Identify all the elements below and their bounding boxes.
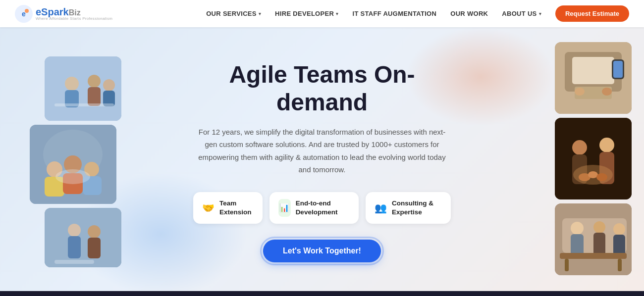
svg-point-47 (593, 221, 605, 233)
feature-card-consulting[interactable]: 👥 Consulting & Expertise (366, 192, 451, 224)
team-extension-icon: 🤝 (202, 199, 215, 217)
svg-rect-16 (45, 177, 64, 197)
svg-point-6 (88, 75, 101, 88)
logo[interactable]: e eSparkBiz Where Affordable Starts Prof… (15, 5, 112, 23)
hero-description: For 12 years, we simplify the digital tr… (193, 126, 451, 176)
feature-card-team-extension[interactable]: 🤝 Team Extension (193, 192, 263, 224)
team-extension-label: Team Extension (219, 199, 254, 216)
svg-point-35 (572, 140, 587, 155)
svg-point-41 (588, 171, 598, 178)
nav-links: OUR SERVICES ▾ HIRE DEVELOPER ▾ IT STAFF… (206, 5, 629, 22)
svg-point-37 (599, 138, 614, 152)
consulting-label: Consulting & Expertise (392, 199, 442, 216)
consulting-icon: 👥 (375, 199, 387, 217)
hero-section: Agile Teams On-demand For 12 years, we s… (0, 27, 644, 296)
svg-rect-11 (30, 125, 116, 204)
nav-item-hire-developer[interactable]: HIRE DEVELOPER ▾ (275, 10, 338, 17)
svg-point-2 (25, 9, 29, 13)
svg-rect-20 (45, 208, 121, 267)
svg-point-19 (55, 169, 90, 184)
svg-point-12 (43, 130, 103, 179)
svg-rect-33 (613, 61, 623, 78)
svg-point-23 (88, 225, 101, 238)
request-estimate-button[interactable]: Request Estimate (555, 5, 629, 22)
feature-cards: 🤝 Team Extension 📊 End-to-end Developmen… (193, 192, 451, 224)
logo-icon: e (15, 5, 33, 23)
svg-rect-28 (572, 57, 614, 84)
svg-rect-51 (560, 253, 627, 259)
end-to-end-icon: 📊 (278, 199, 291, 217)
logo-tagline: Where Affordable Starts Professionalism (36, 17, 112, 21)
svg-point-45 (571, 222, 584, 235)
cta-button[interactable]: Let's Work Together! (263, 240, 381, 262)
navbar: e eSparkBiz Where Affordable Starts Prof… (0, 0, 644, 27)
chevron-down-icon: ▾ (259, 11, 261, 16)
collage-image-top (45, 56, 121, 121)
svg-rect-22 (68, 236, 81, 258)
svg-rect-10 (54, 103, 114, 106)
svg-rect-5 (65, 90, 79, 107)
logo-text: eSparkBiz Where Affordable Starts Profes… (36, 7, 112, 21)
chevron-down-icon: ▾ (336, 11, 338, 16)
collage-right-middle (555, 118, 632, 199)
chevron-down-icon: ▾ (539, 11, 541, 16)
nav-item-it-staff[interactable]: IT STAFF AUGMENTATION (352, 10, 436, 17)
hero-title: Agile Teams On-demand (193, 61, 451, 115)
collage-image-bottom (45, 208, 121, 267)
end-to-end-label: End-to-end Development (296, 199, 350, 216)
svg-rect-9 (103, 91, 115, 106)
svg-rect-18 (83, 176, 102, 195)
hero-content: Agile Teams On-demand For 12 years, we s… (193, 61, 451, 262)
svg-point-49 (613, 223, 625, 235)
svg-point-42 (596, 173, 607, 181)
right-image-collage (545, 42, 644, 296)
collage-right-top (555, 42, 632, 114)
svg-point-31 (602, 88, 612, 96)
footer-hint-bar (0, 291, 644, 296)
svg-point-30 (575, 88, 585, 96)
svg-rect-17 (63, 173, 83, 194)
collage-right-bottom (555, 203, 632, 275)
left-image-collage (0, 27, 139, 296)
svg-rect-7 (88, 87, 101, 106)
svg-rect-52 (565, 259, 569, 271)
svg-point-13 (47, 161, 62, 177)
svg-point-15 (84, 162, 99, 177)
svg-rect-24 (88, 238, 101, 258)
svg-point-21 (68, 224, 81, 237)
nav-item-our-services[interactable]: OUR SERVICES ▾ (206, 10, 261, 17)
svg-rect-53 (618, 259, 622, 271)
collage-image-middle (30, 125, 116, 204)
nav-item-our-work[interactable]: OUR WORK (450, 10, 488, 17)
svg-point-14 (64, 155, 82, 173)
svg-rect-34 (555, 118, 632, 199)
nav-item-about-us[interactable]: ABOUT US ▾ (502, 10, 541, 17)
feature-card-end-to-end[interactable]: 📊 End-to-end Development (269, 192, 359, 224)
svg-rect-3 (45, 56, 121, 121)
svg-rect-25 (54, 260, 94, 264)
svg-point-4 (65, 77, 79, 91)
svg-point-8 (103, 79, 115, 91)
